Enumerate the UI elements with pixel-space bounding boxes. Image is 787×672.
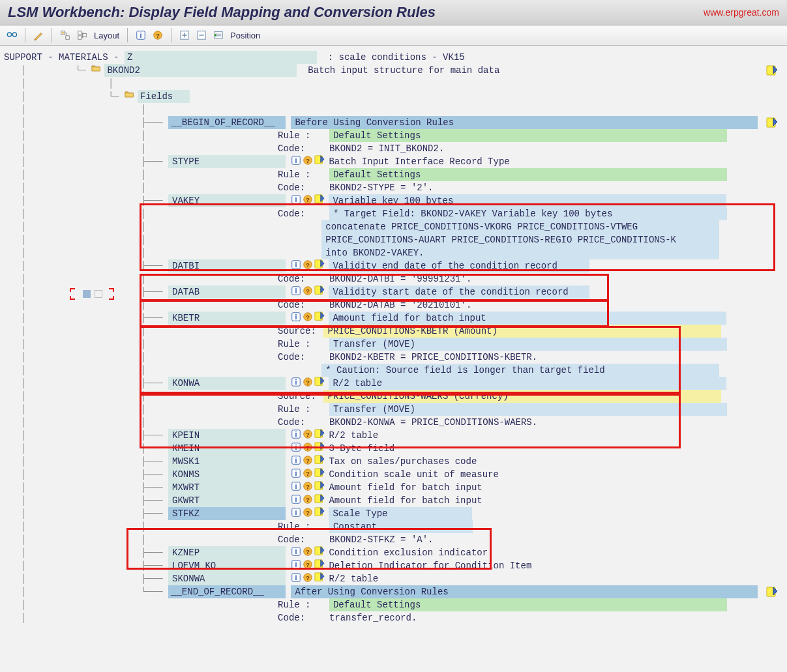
- info-icon[interactable]: [291, 155, 301, 166]
- note-icon[interactable]: [314, 312, 325, 322]
- note-flag-icon[interactable]: [766, 117, 778, 128]
- end-of-record-name[interactable]: __END_OF_RECORD__: [168, 585, 286, 598]
- field-kpein[interactable]: │ ├─── KPEIN R/2 table: [4, 429, 783, 442]
- field-gkwrt[interactable]: │ ├─── GKWRT Amount field for batch inpu…: [4, 494, 783, 507]
- help-icon[interactable]: [303, 285, 313, 296]
- help-icon[interactable]: [303, 442, 313, 452]
- info-icon[interactable]: [291, 442, 301, 452]
- field-mwsk1[interactable]: │ ├─── MWSK1 Tax on sales/purchases code: [4, 455, 783, 468]
- field-datab[interactable]: │ ├─── DATAB Validity start date of the …: [4, 285, 783, 299]
- field-name[interactable]: KPEIN: [168, 429, 286, 442]
- info-icon[interactable]: [291, 507, 301, 518]
- note-flag-icon[interactable]: [766, 65, 778, 76]
- field-vakey[interactable]: │ ├─── VAKEY Variable key 100 bytes: [4, 194, 783, 207]
- field-begin-of-record[interactable]: │ ├─── __BEGIN_OF_RECORD__ Before Using …: [4, 116, 783, 129]
- info-icon[interactable]: [291, 481, 301, 491]
- help-icon[interactable]: [303, 481, 313, 491]
- info-icon[interactable]: [291, 559, 301, 570]
- collapse-all-icon[interactable]: [195, 29, 208, 42]
- begin-of-record-name[interactable]: __BEGIN_OF_RECORD__: [168, 116, 286, 129]
- field-end-of-record[interactable]: │ └─── __END_OF_RECORD__ After Using Con…: [4, 585, 783, 598]
- field-stfkz[interactable]: │ ├─── STFKZ Scale Type: [4, 507, 783, 520]
- field-kmein[interactable]: │ ├─── KMEIN 3-Byte field: [4, 442, 783, 455]
- tree-one-icon[interactable]: [59, 29, 72, 42]
- position-label[interactable]: Position: [229, 31, 261, 40]
- info-icon[interactable]: [291, 377, 301, 387]
- field-name[interactable]: MWSK1: [168, 455, 286, 468]
- breadcrumb-object[interactable]: Z: [125, 51, 317, 64]
- note-icon[interactable]: [314, 494, 325, 504]
- info-icon[interactable]: [291, 468, 301, 478]
- note-icon[interactable]: [314, 259, 325, 270]
- info-icon[interactable]: [291, 546, 301, 557]
- bkond2-name[interactable]: BKOND2: [104, 64, 297, 77]
- help-icon[interactable]: [303, 377, 313, 387]
- layout-label[interactable]: Layout: [93, 31, 121, 40]
- note-icon[interactable]: [314, 429, 325, 439]
- note-icon[interactable]: [314, 559, 325, 570]
- display-change-toggle-icon[interactable]: [5, 29, 18, 42]
- field-name[interactable]: KZNEP: [168, 546, 286, 559]
- info-icon[interactable]: [291, 494, 301, 504]
- field-kbetr[interactable]: │ ├─── KBETR Amount field for batch inpu…: [4, 312, 783, 325]
- field-name[interactable]: GKWRT: [168, 494, 286, 507]
- help-icon[interactable]: [303, 155, 313, 166]
- note-icon[interactable]: [314, 507, 325, 518]
- help-icon[interactable]: [303, 312, 313, 322]
- field-skonwa[interactable]: │ ├─── SKONWA R/2 table: [4, 572, 783, 585]
- help-icon[interactable]: [151, 29, 164, 42]
- expand-all-icon[interactable]: [178, 29, 191, 42]
- help-icon[interactable]: [303, 194, 313, 205]
- info-icon[interactable]: [134, 29, 147, 42]
- help-icon[interactable]: [303, 559, 313, 570]
- field-kznep[interactable]: │ ├─── KZNEP Condition exclusion indicat…: [4, 546, 783, 559]
- help-icon[interactable]: [303, 455, 313, 465]
- field-konwa[interactable]: │ ├─── KONWA R/2 table: [4, 377, 783, 390]
- help-icon[interactable]: [303, 507, 313, 518]
- field-name[interactable]: KMEIN: [168, 442, 286, 455]
- info-icon[interactable]: [291, 194, 301, 205]
- note-icon[interactable]: [314, 377, 325, 387]
- position-icon[interactable]: [212, 29, 225, 42]
- info-icon[interactable]: [291, 259, 301, 270]
- help-icon[interactable]: [303, 259, 313, 270]
- help-icon[interactable]: [303, 546, 313, 557]
- note-icon[interactable]: [314, 572, 325, 583]
- tree-two-icon[interactable]: [76, 29, 89, 42]
- info-icon[interactable]: [291, 429, 301, 439]
- vakey-name[interactable]: VAKEY: [168, 194, 286, 207]
- info-icon[interactable]: [291, 572, 301, 583]
- note-icon[interactable]: [314, 468, 325, 478]
- edit-icon[interactable]: [32, 29, 45, 42]
- datab-name[interactable]: DATAB: [168, 285, 286, 299]
- info-icon[interactable]: [291, 312, 301, 322]
- note-icon[interactable]: [314, 285, 325, 296]
- node-fields[interactable]: │ └─ Fields: [4, 90, 783, 103]
- info-icon[interactable]: [291, 455, 301, 465]
- stfkz-name[interactable]: STFKZ: [168, 507, 286, 520]
- konwa-name[interactable]: KONWA: [168, 377, 286, 390]
- help-icon[interactable]: [303, 429, 313, 439]
- note-icon[interactable]: [314, 455, 325, 465]
- field-stype[interactable]: │ ├─── STYPE Batch Input Interface Recor…: [4, 155, 783, 168]
- stype-name[interactable]: STYPE: [168, 155, 286, 168]
- fields-label[interactable]: Fields: [138, 90, 190, 103]
- field-mxwrt[interactable]: │ ├─── MXWRT Amount field for batch inpu…: [4, 481, 783, 494]
- note-icon[interactable]: [314, 194, 325, 205]
- help-icon[interactable]: [303, 572, 313, 583]
- field-name[interactable]: MXWRT: [168, 481, 286, 494]
- note-icon[interactable]: [314, 442, 325, 452]
- kbetr-name[interactable]: KBETR: [168, 312, 286, 325]
- help-icon[interactable]: [303, 494, 313, 504]
- field-konms[interactable]: │ ├─── KONMS Condition scale unit of mea…: [4, 468, 783, 481]
- info-icon[interactable]: [291, 285, 301, 296]
- note-icon[interactable]: [314, 155, 325, 166]
- note-icon[interactable]: [314, 481, 325, 491]
- node-bkond2[interactable]: │ └─ BKOND2 Batch input structure for ma…: [4, 64, 783, 77]
- field-name[interactable]: LOEVM_KO: [168, 559, 286, 572]
- field-datbi[interactable]: │ ├─── DATBI Validity end date of the co…: [4, 259, 783, 272]
- field-name[interactable]: KONMS: [168, 468, 286, 481]
- help-icon[interactable]: [303, 468, 313, 478]
- field-loevm_ko[interactable]: │ ├─── LOEVM_KO Deletion Indicator for C…: [4, 559, 783, 572]
- field-name[interactable]: SKONWA: [168, 572, 286, 585]
